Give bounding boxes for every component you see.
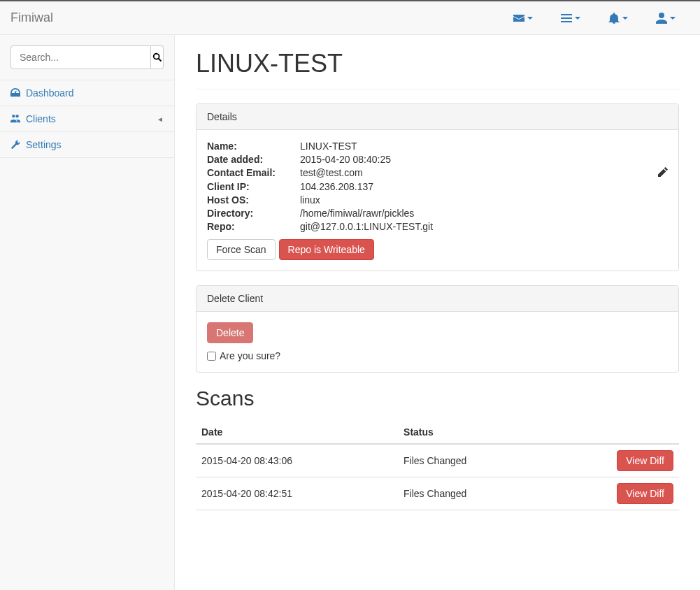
detail-value-os: linux xyxy=(300,194,668,206)
sidebar-item-dashboard[interactable]: Dashboard xyxy=(0,80,174,106)
details-heading: Details xyxy=(197,104,678,130)
details-panel: Details Name:LINUX-TEST Date added:2015-… xyxy=(196,103,679,271)
users-icon xyxy=(10,114,20,124)
sidebar-item-settings[interactable]: Settings xyxy=(0,131,174,158)
tasks-dropdown[interactable] xyxy=(561,13,580,24)
search-button[interactable] xyxy=(151,45,164,69)
detail-label-repo: Repo: xyxy=(207,221,300,232)
brand: Fimiwal xyxy=(10,10,53,25)
envelope-icon xyxy=(513,13,524,24)
user-icon xyxy=(656,13,667,24)
search-group xyxy=(10,45,164,69)
detail-label-os: Host OS: xyxy=(207,194,300,206)
search-input[interactable] xyxy=(10,45,151,69)
topbar: Fimiwal xyxy=(0,0,700,35)
sidebar-item-clients[interactable]: Clients ◄ xyxy=(0,106,174,131)
delete-button[interactable]: Delete xyxy=(207,322,253,343)
list-icon xyxy=(561,13,572,24)
view-diff-button[interactable]: View Diff xyxy=(617,450,673,471)
sidebar-item-label: Settings xyxy=(26,139,62,150)
table-row: 2015-04-20 08:42:51 Files Changed View D… xyxy=(196,477,679,510)
wrench-icon xyxy=(10,140,20,150)
dashboard-icon xyxy=(10,88,20,98)
sidebar: Dashboard Clients ◄ Settings xyxy=(0,35,175,590)
main-content: LINUX-TEST Details Name:LINUX-TEST Date … xyxy=(175,35,700,590)
caret-down-icon xyxy=(622,17,628,20)
edit-email-button[interactable] xyxy=(658,167,668,179)
caret-down-icon xyxy=(527,17,533,20)
force-scan-button[interactable]: Force Scan xyxy=(207,239,276,260)
detail-label-name: Name: xyxy=(207,141,300,152)
messages-dropdown[interactable] xyxy=(513,13,533,24)
confirm-delete-label: Are you sure? xyxy=(220,350,280,361)
table-row: 2015-04-20 08:43:06 Files Changed View D… xyxy=(196,444,679,477)
repo-writeable-button[interactable]: Repo is Writeable xyxy=(279,239,374,260)
user-dropdown[interactable] xyxy=(656,13,676,24)
scan-status: Files Changed xyxy=(398,444,545,477)
detail-label-dir: Directory: xyxy=(207,208,300,219)
alerts-dropdown[interactable] xyxy=(608,13,628,24)
scan-status: Files Changed xyxy=(398,477,545,510)
bell-icon xyxy=(608,13,620,24)
caret-down-icon xyxy=(575,17,580,20)
search-icon xyxy=(152,52,162,62)
chevron-left-icon: ◄ xyxy=(157,115,164,123)
detail-value-date: 2015-04-20 08:40:25 xyxy=(300,154,668,165)
delete-heading: Delete Client xyxy=(197,286,678,312)
confirm-delete-checkbox[interactable] xyxy=(207,352,216,361)
scan-date: 2015-04-20 08:43:06 xyxy=(196,444,398,477)
detail-value-ip: 104.236.208.137 xyxy=(300,181,668,192)
detail-label-date: Date added: xyxy=(207,154,300,165)
scan-date: 2015-04-20 08:42:51 xyxy=(196,477,398,510)
detail-label-email: Contact Email: xyxy=(207,167,300,179)
detail-value-name: LINUX-TEST xyxy=(300,141,668,152)
edit-icon xyxy=(658,167,668,177)
scans-heading: Scans xyxy=(196,387,679,410)
detail-value-dir: /home/fimiwal/rawr/pickles xyxy=(300,208,668,219)
caret-down-icon xyxy=(670,17,676,20)
detail-value-repo: git@127.0.0.1:LINUX-TEST.git xyxy=(300,221,668,232)
detail-label-ip: Client IP: xyxy=(207,181,300,192)
col-status: Status xyxy=(398,421,545,444)
sidebar-item-label: Clients xyxy=(26,113,56,124)
view-diff-button[interactable]: View Diff xyxy=(617,483,673,504)
detail-value-email: test@test.com xyxy=(300,167,539,179)
page-title: LINUX-TEST xyxy=(196,49,679,89)
sidebar-item-label: Dashboard xyxy=(26,87,74,99)
scans-table: Date Status 2015-04-20 08:43:06 Files Ch… xyxy=(196,421,679,510)
col-date: Date xyxy=(196,421,398,444)
delete-panel: Delete Client Delete Are you sure? xyxy=(196,285,679,373)
topbar-right xyxy=(513,13,690,24)
